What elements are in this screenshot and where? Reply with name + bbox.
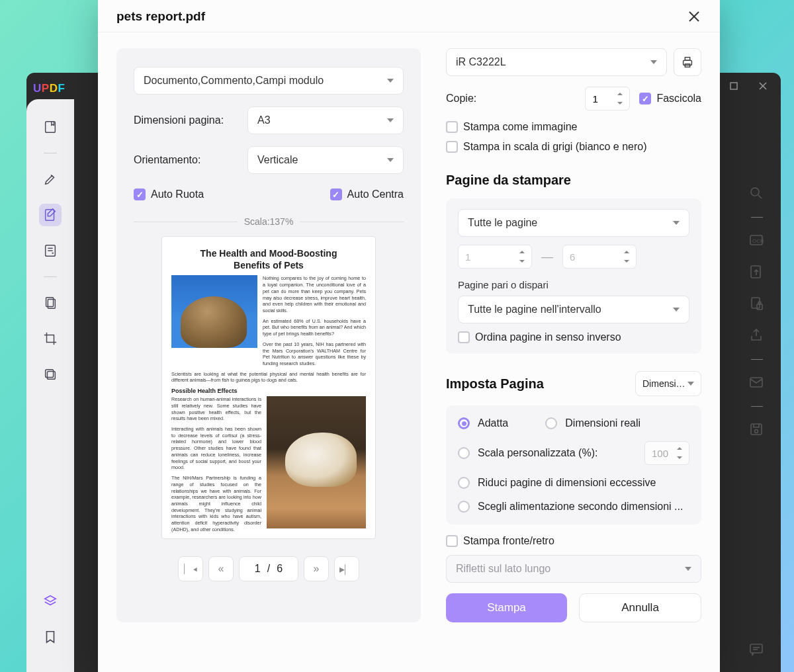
stepper-up-icon[interactable] <box>677 447 682 450</box>
odd-even-select[interactable]: Tutte le pagine nell'intervallo <box>458 296 689 323</box>
svg-rect-29 <box>684 60 692 65</box>
print-as-image-checkbox[interactable]: Stampa come immagine <box>446 121 701 133</box>
checkbox-icon <box>330 189 342 200</box>
odd-even-label: Pagine pari o dispari <box>458 279 689 290</box>
actual-radio[interactable]: Dimensioni reali <box>545 417 640 429</box>
sidebar-divider <box>44 276 57 277</box>
page-layout-icon[interactable] <box>39 239 62 262</box>
chevron-down-icon <box>387 79 394 83</box>
stepper-up-icon[interactable] <box>624 251 629 253</box>
prev-page-button[interactable]: « <box>208 556 234 581</box>
page-size-value: A3 <box>257 114 271 126</box>
stepper-up-icon[interactable] <box>617 93 623 95</box>
print-button[interactable]: Stampa <box>446 593 567 622</box>
stepper-up-icon[interactable] <box>519 251 525 253</box>
orientation-value: Verticale <box>257 154 298 166</box>
ocr-icon[interactable]: OCR <box>748 232 766 249</box>
search-icon[interactable] <box>748 185 766 202</box>
organize-pages-icon[interactable] <box>39 292 62 314</box>
mail-icon[interactable] <box>748 374 766 392</box>
convert-icon[interactable] <box>748 264 766 281</box>
maximize-icon[interactable] <box>729 81 738 91</box>
range-from-input[interactable]: 1 <box>458 245 532 269</box>
dimension-select[interactable]: Dimensioni <box>635 371 701 396</box>
crop-icon[interactable] <box>39 327 62 350</box>
bookmark-icon[interactable] <box>39 626 62 648</box>
chevron-down-icon <box>673 308 680 312</box>
svg-rect-30 <box>685 58 689 61</box>
svg-rect-12 <box>46 370 54 378</box>
svg-text:OCR: OCR <box>752 238 764 244</box>
shrink-radio[interactable]: Riduci pagine di dimensioni eccessive <box>458 477 689 489</box>
radio-icon <box>545 417 557 429</box>
preview-panel: Documento,Commento,Campi modulo Dimensio… <box>116 48 421 622</box>
content-select[interactable]: Documento,Commento,Campi modulo <box>134 67 404 95</box>
save-icon[interactable] <box>748 421 766 439</box>
collate-checkbox[interactable]: Fascicola <box>639 93 701 105</box>
bookmark-panel-icon[interactable] <box>39 116 62 138</box>
custom-scale-radio[interactable]: Scala personalizzata (%): <box>458 447 597 459</box>
printer-value: iR C3222L <box>456 56 506 68</box>
orientation-select[interactable]: Verticale <box>247 146 404 174</box>
batch-icon[interactable] <box>39 363 62 386</box>
orientation-label: Orientamento: <box>134 154 233 166</box>
flip-select[interactable]: Rifletti sul lato lungo <box>446 555 701 583</box>
checkbox-icon <box>458 331 470 343</box>
content-select-value: Documento,Commento,Campi modulo <box>144 75 324 87</box>
stepper-down-icon[interactable] <box>519 260 525 263</box>
svg-rect-21 <box>750 378 762 387</box>
chevron-down-icon <box>387 158 394 162</box>
pages-section-title: Pagine da stampare <box>446 173 701 188</box>
range-to-input[interactable]: 6 <box>562 245 637 269</box>
duplex-checkbox[interactable]: Stampa fronte/retro <box>446 535 701 547</box>
share-icon[interactable] <box>748 327 766 345</box>
close-icon[interactable] <box>687 9 701 24</box>
svg-rect-24 <box>750 644 762 653</box>
checkbox-icon <box>446 535 458 547</box>
copies-input[interactable]: 1 <box>585 87 630 110</box>
page-size-select[interactable]: A3 <box>247 106 404 134</box>
printer-select[interactable]: iR C3222L <box>446 48 667 76</box>
custom-scale-input[interactable]: 100 <box>644 441 689 465</box>
range-dash: — <box>541 250 553 264</box>
radio-icon <box>458 477 470 489</box>
sidebar-divider <box>751 359 763 360</box>
stepper-down-icon[interactable] <box>617 102 623 105</box>
last-page-button[interactable]: ▸⎸ <box>334 556 359 581</box>
right-sidebar: OCR <box>733 172 781 672</box>
cancel-button[interactable]: Annulla <box>579 593 701 622</box>
left-sidebar <box>26 99 74 672</box>
radio-icon <box>458 447 470 459</box>
svg-rect-1 <box>730 83 737 89</box>
first-page-button[interactable]: ⎸◂ <box>178 556 203 581</box>
printer-settings-button[interactable] <box>674 48 701 76</box>
layers-icon[interactable] <box>39 590 62 612</box>
chevron-down-icon <box>687 382 694 386</box>
checkbox-icon <box>446 121 458 133</box>
stepper-down-icon[interactable] <box>677 456 682 459</box>
protect-icon[interactable] <box>748 296 766 313</box>
choose-paper-radio[interactable]: Scegli alimentazione secondo dimensioni … <box>458 501 689 513</box>
reverse-order-checkbox[interactable]: Ordina pagine in senso inverso <box>458 331 689 343</box>
page-size-label: Dimensioni pagina: <box>134 114 233 126</box>
stepper-down-icon[interactable] <box>624 260 629 263</box>
svg-point-9 <box>52 253 53 253</box>
dialog-title: pets report.pdf <box>116 9 205 24</box>
auto-center-checkbox[interactable]: Auto Centra <box>330 189 404 200</box>
settings-panel: iR C3222L Copie: 1 Fascicola <box>446 48 701 622</box>
auto-rotate-checkbox[interactable]: Auto Ruota <box>134 189 204 200</box>
edit-page-icon[interactable] <box>39 204 62 226</box>
page-setup-title: Imposta Pagina <box>446 376 544 392</box>
highlighter-icon[interactable] <box>39 168 62 190</box>
comment-icon[interactable] <box>748 642 766 659</box>
dialog-header: pets report.pdf <box>98 0 720 32</box>
fit-radio[interactable]: Adatta <box>458 417 508 429</box>
sidebar-divider <box>44 153 57 153</box>
page-indicator[interactable]: 1 / 6 <box>239 556 298 581</box>
radio-icon <box>458 417 470 429</box>
next-page-button[interactable]: » <box>304 556 329 581</box>
window-close-icon[interactable] <box>758 81 768 91</box>
grayscale-checkbox[interactable]: Stampa in scala di grigi (bianco e nero) <box>446 141 701 153</box>
preview-cat-image <box>171 275 257 348</box>
page-range-select[interactable]: Tutte le pagine <box>458 209 689 237</box>
